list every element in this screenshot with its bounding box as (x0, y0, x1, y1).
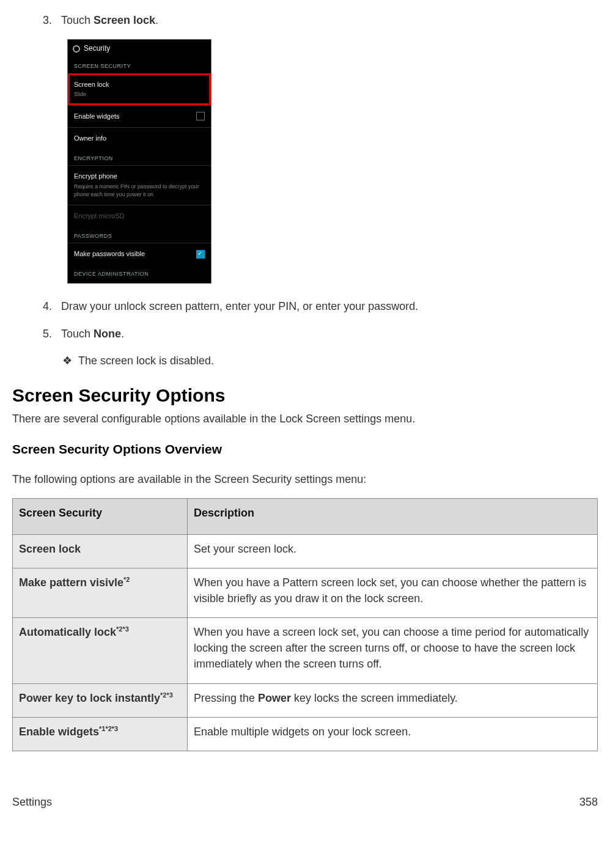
subsection-heading: Screen Security Options Overview (12, 440, 598, 458)
step-3-number: 3. (43, 12, 61, 28)
phone-row-screen-lock: Screen lock Slide (68, 73, 211, 105)
phone-row-owner-info: Owner info (68, 127, 211, 150)
phone-row-label: Make passwords visible (74, 249, 145, 259)
table-row: Screen lock Set your screen lock. (13, 534, 598, 568)
table-cell-desc: When you have a screen lock set, you can… (188, 618, 598, 683)
table-row: Enable widgets*1*2*3 Enable multiple wid… (13, 717, 598, 751)
step-3-text: Touch Screen lock. (61, 12, 158, 28)
table-cell-label: Screen lock (13, 534, 188, 568)
table-cell-desc: Enable multiple widgets on your lock scr… (188, 717, 598, 751)
gear-icon (73, 45, 80, 53)
phone-titlebar: Security (68, 40, 211, 57)
phone-row-encrypt-microsd: Encrypt microSD (68, 205, 211, 227)
section-intro: There are several configurable options a… (12, 411, 598, 427)
step-5-result: ❖ The screen lock is disabled. (62, 353, 598, 369)
step-4-text: Draw your unlock screen pattern, enter y… (61, 298, 418, 314)
table-row: Automatically lock*2*3 When you have a s… (13, 618, 598, 683)
phone-row-make-passwords-visible: Make passwords visible (68, 243, 211, 265)
phone-row-sub: Require a numeric PIN or password to dec… (74, 183, 205, 199)
table-cell-label: Enable widgets*1*2*3 (13, 717, 188, 751)
phone-row-label: Enable widgets (74, 112, 120, 122)
phone-row-label: Encrypt microSD (74, 211, 125, 221)
phone-title: Security (84, 43, 110, 54)
options-table: Screen Security Description Screen lock … (12, 498, 598, 751)
table-header-col2: Description (188, 498, 598, 534)
step-5: 5. Touch None. (43, 326, 598, 342)
table-cell-label: Make pattern visivle*2 (13, 568, 188, 618)
checkbox-checked-icon (196, 250, 205, 259)
table-header-row: Screen Security Description (13, 498, 598, 534)
phone-row-label: Owner info (74, 134, 106, 144)
phone-section-screen-security: SCREEN SECURITY (68, 57, 211, 73)
page-footer: Settings 358 (12, 794, 598, 810)
footer-page-number: 358 (579, 794, 598, 810)
phone-section-encryption: ENCRYPTION (68, 150, 211, 165)
table-header-col1: Screen Security (13, 498, 188, 534)
step-4-number: 4. (43, 298, 61, 314)
table-row: Make pattern visivle*2 When you have a P… (13, 568, 598, 618)
phone-section-device-admin: DEVICE ADMINISTRATION (68, 265, 211, 281)
table-cell-desc: Pressing the Power key locks the screen … (188, 683, 598, 717)
phone-row-sub: Slide (74, 90, 109, 98)
phone-row-label: Screen lock (74, 80, 109, 90)
table-cell-desc: When you have a Pattern screen lock set,… (188, 568, 598, 618)
phone-row-label: Encrypt phone (74, 172, 205, 182)
step-5-result-text: The screen lock is disabled. (78, 353, 214, 369)
footer-left: Settings (12, 794, 52, 810)
section-heading: Screen Security Options (12, 382, 598, 409)
table-cell-label: Power key to lock instantly*2*3 (13, 683, 188, 717)
step-5-number: 5. (43, 326, 61, 342)
phone-screenshot: Security SCREEN SECURITY Screen lock Sli… (67, 39, 211, 284)
phone-row-enable-widgets: Enable widgets (68, 105, 211, 128)
table-cell-desc: Set your screen lock. (188, 534, 598, 568)
subsection-intro: The following options are available in t… (12, 471, 598, 487)
table-cell-label: Automatically lock*2*3 (13, 618, 188, 683)
step-5-text: Touch None. (61, 326, 124, 342)
checkbox-icon (196, 112, 205, 120)
step-4: 4. Draw your unlock screen pattern, ente… (43, 298, 598, 314)
phone-section-passwords: PASSWORDS (68, 227, 211, 243)
step-3: 3. Touch Screen lock. (43, 12, 598, 28)
diamond-bullet-icon: ❖ (62, 353, 78, 369)
phone-row-encrypt-phone: Encrypt phone Require a numeric PIN or p… (68, 165, 211, 205)
table-row: Power key to lock instantly*2*3 Pressing… (13, 683, 598, 717)
